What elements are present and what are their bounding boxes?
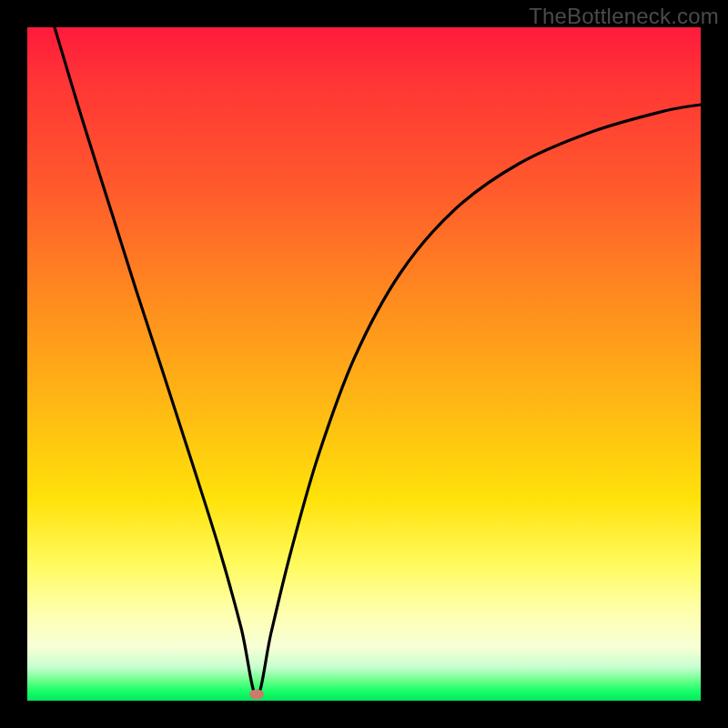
bottleneck-curve-path — [55, 27, 701, 696]
curve-svg — [27, 27, 701, 701]
plot-area — [27, 27, 701, 701]
chart-frame: TheBottleneck.com — [0, 0, 728, 728]
minimum-marker — [249, 690, 264, 700]
watermark-text: TheBottleneck.com — [529, 4, 719, 29]
